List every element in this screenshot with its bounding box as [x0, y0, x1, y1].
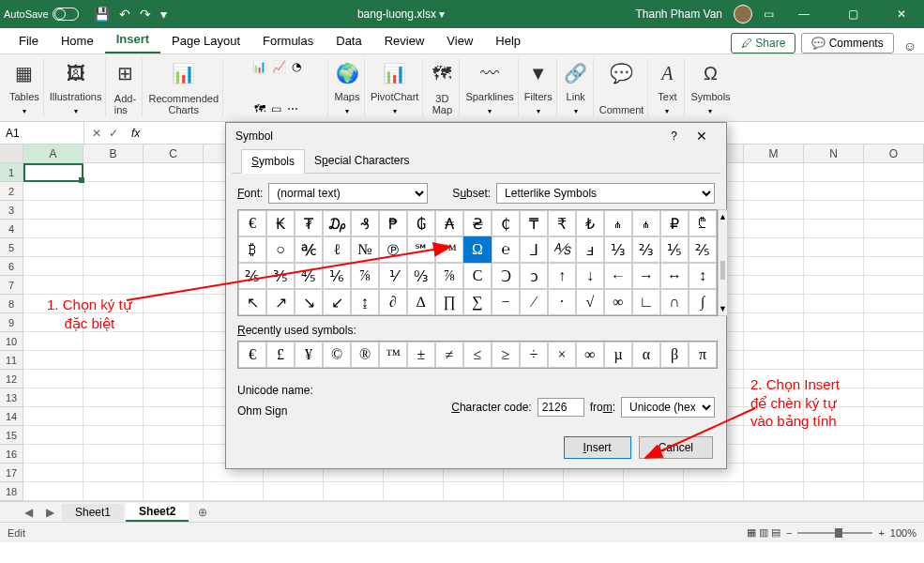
comments-button[interactable]: 💬 Comments	[801, 33, 893, 53]
cell[interactable]	[744, 482, 804, 501]
tab-view[interactable]: View	[435, 28, 484, 53]
symbol-cell[interactable]: √	[576, 289, 604, 315]
cell[interactable]	[144, 445, 204, 464]
row-header[interactable]: 9	[0, 313, 23, 332]
column-header[interactable]: N	[804, 145, 864, 162]
cell[interactable]	[864, 238, 924, 257]
cell[interactable]	[864, 407, 924, 426]
symbol-cell[interactable]: C	[463, 263, 492, 289]
cell[interactable]	[23, 370, 83, 388]
row-header[interactable]: 4	[0, 220, 23, 238]
cell[interactable]	[864, 370, 924, 388]
symbol-cell[interactable]: ↘	[295, 289, 323, 315]
row-header[interactable]: 7	[0, 276, 23, 295]
row-header[interactable]: 18	[0, 482, 23, 501]
symbol-cell[interactable]: ℗	[379, 236, 407, 263]
row-header[interactable]: 15	[0, 426, 23, 445]
row-header[interactable]: 2	[0, 182, 23, 201]
cell[interactable]	[804, 163, 864, 182]
symbol-cell[interactable]: ⅖	[689, 236, 717, 263]
symbol-cell[interactable]: ∩	[660, 289, 689, 315]
tab-pagelayout[interactable]: Page Layout	[160, 28, 251, 53]
symbol-cell[interactable]: №	[351, 236, 379, 263]
symbol-cell[interactable]: ∞	[604, 289, 632, 315]
recent-symbol-cell[interactable]: ¥	[295, 342, 323, 368]
symbol-cell[interactable]: ℀	[295, 236, 323, 263]
row-header[interactable]: 6	[0, 257, 23, 276]
cell[interactable]	[864, 182, 924, 201]
cell[interactable]	[624, 482, 684, 501]
recent-symbol-cell[interactable]: €	[238, 342, 266, 368]
cell[interactable]	[684, 482, 744, 501]
cell[interactable]	[444, 482, 504, 501]
ribbon-display-icon[interactable]: ▭	[764, 8, 774, 21]
cell[interactable]	[23, 351, 83, 370]
cell[interactable]	[23, 407, 83, 426]
font-select[interactable]: (normal text)	[268, 183, 428, 204]
cell[interactable]	[804, 482, 864, 501]
recent-symbol-cell[interactable]: £	[266, 342, 295, 368]
view-pagelayout-icon[interactable]: ▥	[759, 526, 768, 539]
group-recommended-charts[interactable]: 📊Recommended Charts	[144, 58, 223, 117]
row-header[interactable]: 13	[0, 388, 23, 407]
active-cell[interactable]	[23, 163, 83, 182]
cell[interactable]	[804, 295, 864, 313]
symbol-cell[interactable]: ↨	[351, 289, 379, 315]
redo-icon[interactable]: ↷	[140, 7, 151, 22]
cell[interactable]	[864, 351, 924, 370]
sheet-nav-prev[interactable]: ◀	[19, 506, 38, 519]
cell[interactable]	[83, 407, 144, 426]
recent-symbol-cell[interactable]: µ	[604, 342, 632, 368]
cell[interactable]	[144, 407, 204, 426]
cell[interactable]	[864, 257, 924, 276]
cell[interactable]	[144, 426, 204, 445]
cell[interactable]	[23, 388, 83, 407]
recent-symbol-cell[interactable]: ∞	[576, 342, 604, 368]
sheet-tab-2[interactable]: Sheet2	[126, 503, 189, 522]
cell[interactable]	[744, 351, 804, 370]
cancel-button[interactable]: Cancel	[639, 436, 713, 459]
cell[interactable]	[744, 426, 804, 445]
close-button[interactable]: ✕	[883, 8, 920, 21]
row-header[interactable]: 1	[0, 163, 23, 182]
cell[interactable]	[564, 482, 624, 501]
cell[interactable]	[804, 276, 864, 295]
symbol-cell[interactable]: ⅙	[323, 263, 351, 289]
row-header[interactable]: 16	[0, 445, 23, 464]
group-link[interactable]: 🔗Link▾	[559, 58, 594, 117]
tab-review[interactable]: Review	[373, 28, 436, 53]
cell[interactable]	[144, 238, 204, 257]
dialog-tab-special[interactable]: Special Characters	[305, 149, 418, 173]
cell[interactable]	[83, 182, 144, 201]
cell[interactable]	[83, 295, 144, 313]
symbol-grid[interactable]: €₭₮₯₰₱₲₳₴₵₸₹₺₼₼₽₾₿○℀ℓ№℗℠™Ω℮⅃⅍ⅎ⅓⅔⅕⅖⅖⅗⅘⅙⅞⅟…	[237, 209, 718, 316]
column-header[interactable]: B	[83, 145, 144, 162]
maximize-button[interactable]: ▢	[834, 8, 871, 21]
cell[interactable]	[804, 464, 864, 482]
column-header[interactable]: C	[144, 145, 204, 162]
group-tables[interactable]: ▦Tables▾	[6, 58, 44, 117]
symbol-cell[interactable]: ∏	[435, 289, 463, 315]
symbol-cell[interactable]: ₼	[632, 210, 660, 236]
symbol-cell[interactable]: ₮	[295, 210, 323, 236]
cell[interactable]	[23, 313, 83, 332]
cell[interactable]	[804, 351, 864, 370]
column-header[interactable]: M	[744, 145, 804, 162]
symbol-cell[interactable]: ∙	[548, 289, 576, 315]
insert-button[interactable]: Insert	[564, 436, 631, 459]
cell[interactable]	[804, 388, 864, 407]
symbol-cell[interactable]: ⅃	[520, 236, 548, 263]
cell[interactable]	[804, 238, 864, 257]
symbol-cell[interactable]: ₲	[407, 210, 435, 236]
autosave-toggle[interactable]: AutoSave	[4, 8, 79, 21]
cell[interactable]	[744, 313, 804, 332]
symbol-cell[interactable]: ∆	[407, 289, 435, 315]
symbol-scrollbar[interactable]: ▲▼	[718, 209, 728, 316]
cell[interactable]	[23, 426, 83, 445]
symbol-cell[interactable]: ℮	[492, 236, 520, 263]
symbol-cell[interactable]: ↖	[238, 289, 266, 315]
tab-help[interactable]: Help	[484, 28, 532, 53]
cell[interactable]	[83, 220, 144, 238]
symbol-cell[interactable]: ∂	[379, 289, 407, 315]
row-header[interactable]: 3	[0, 201, 23, 220]
